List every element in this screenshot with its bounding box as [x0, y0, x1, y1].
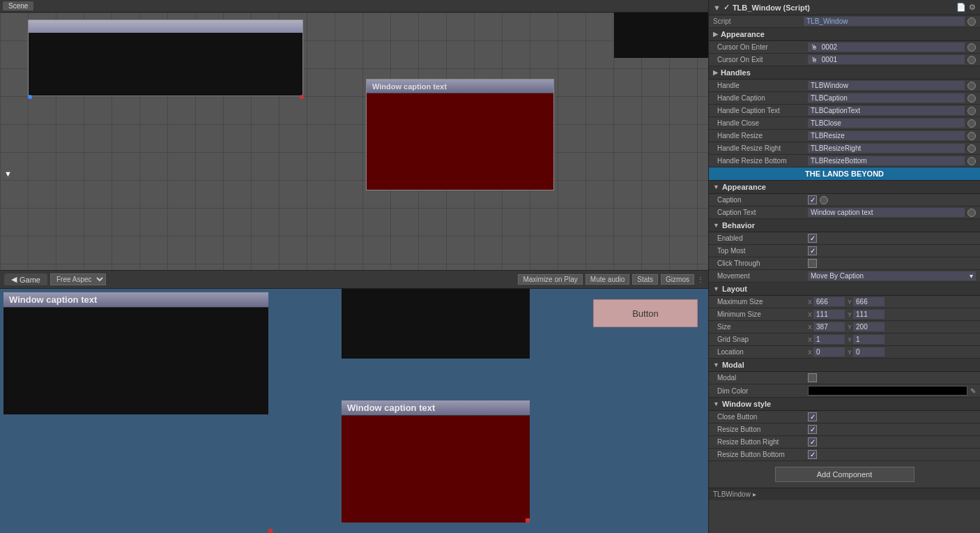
scene-handle-right[interactable]	[300, 95, 304, 99]
game-tab[interactable]: ◀ Game	[4, 273, 47, 285]
min-size-x-field: X 111	[808, 310, 845, 319]
handle-caption-circle[interactable]	[967, 94, 976, 103]
maximize-btn[interactable]: Maximize on Play	[518, 274, 582, 285]
caption-label: Caption	[717, 196, 808, 204]
layout-arrow[interactable]: ▼	[713, 285, 719, 292]
cursor-on-enter-value[interactable]: 🖱 0002	[808, 43, 965, 52]
dim-color-edit-icon[interactable]: ✎	[970, 387, 976, 395]
handles-arrow[interactable]: ▶	[713, 69, 718, 76]
top-most-row: Top Most ✓	[709, 245, 980, 257]
overflow-icon[interactable]: ⋮	[697, 276, 704, 283]
movement-value: Move By Caption	[811, 272, 864, 280]
click-through-checkbox[interactable]	[808, 259, 817, 268]
resize-button-bottom-label: Resize Button Bottom	[717, 451, 808, 458]
script-circle[interactable]	[967, 17, 976, 26]
stats-btn[interactable]: Stats	[632, 274, 658, 285]
appearance-section-2: ▼ Appearance	[709, 181, 980, 194]
modal-checkbox[interactable]	[808, 373, 817, 382]
footer-label[interactable]: TLBWindow ▸	[713, 490, 756, 498]
cursor-on-exit-value[interactable]: 🖱 0001	[808, 55, 965, 64]
handle-caption-text-value[interactable]: TLBCaptionText	[808, 106, 965, 115]
game-window-1-resize[interactable]	[268, 529, 273, 533]
appearance2-arrow[interactable]: ▼	[713, 183, 719, 190]
resize-button-bottom-checkbox[interactable]: ✓	[808, 450, 817, 459]
grid-snap-y-val[interactable]: 1	[853, 335, 885, 344]
handle-close-row: Handle Close TLBClose	[709, 117, 980, 130]
game-icon: ◀	[11, 275, 17, 284]
dim-color-swatch[interactable]	[808, 386, 967, 396]
inspector-book-icon[interactable]: 📄	[956, 3, 966, 12]
behavior-arrow[interactable]: ▼	[713, 222, 719, 229]
caption-checkbox[interactable]: ✓	[808, 195, 817, 204]
game-window-2-resize[interactable]	[526, 518, 530, 523]
window-style-arrow[interactable]: ▼	[713, 400, 719, 407]
appearance-arrow[interactable]: ▶	[713, 31, 718, 38]
appearance-section-1: ▶ Appearance	[709, 28, 980, 41]
component-checkbox[interactable]: ✓	[723, 3, 730, 12]
scene-handle-left[interactable]	[28, 95, 32, 99]
handle-resize-circle[interactable]	[967, 132, 976, 140]
handle-resize-row: Handle Resize TLBResize	[709, 130, 980, 142]
handle-resize-value[interactable]: TLBResize	[808, 131, 965, 140]
min-size-x-val[interactable]: 111	[813, 310, 845, 319]
movement-dropdown-arrow: ▾	[970, 272, 973, 280]
section-blue-label: THE LANDS BEYOND	[805, 170, 884, 178]
game-window-1[interactable]: Window caption text	[3, 292, 268, 414]
game-window-2-caption: Window caption text	[342, 400, 530, 416]
grid-snap-fields: X 1 Y 1	[808, 335, 976, 344]
inspector-header: ▼ ✓ TLB_Window (Script) 📄 ⚙	[709, 0, 980, 15]
enabled-checkbox[interactable]: ✓	[808, 234, 817, 243]
min-size-row: Minimum Size X 111 Y 111	[709, 308, 980, 321]
dim-color-row: Dim Color ✎	[709, 384, 980, 398]
caption-text-value[interactable]: Window caption text	[808, 208, 965, 217]
handle-close-circle[interactable]	[967, 119, 976, 128]
gizmos-btn[interactable]: Gizmos	[661, 274, 694, 285]
game-button[interactable]: Button	[593, 299, 698, 327]
scene-window-1[interactable]	[28, 20, 303, 96]
handle-caption-value[interactable]: TLBCaption	[808, 93, 965, 103]
scene-tab[interactable]: Scene	[3, 1, 33, 10]
handle-caption-text-circle[interactable]	[967, 107, 976, 115]
handles-section: ▶ Handles	[709, 66, 980, 80]
handle-resize-bottom-value[interactable]: TLBResizeBottom	[808, 156, 965, 165]
handle-resize-right-circle[interactable]	[967, 144, 976, 153]
resize-button-checkbox[interactable]: ✓	[808, 425, 817, 434]
cursor-on-enter-circle[interactable]	[967, 43, 976, 52]
cursor-on-enter-icon: 🖱	[811, 43, 818, 51]
game-window-2[interactable]: Window caption text	[342, 400, 530, 523]
size-y-val[interactable]: 200	[853, 322, 885, 331]
resize-button-right-label: Resize Button Right	[717, 438, 808, 446]
enabled-label: Enabled	[717, 234, 808, 242]
location-x-val[interactable]: 0	[813, 347, 845, 356]
modal-arrow[interactable]: ▼	[713, 361, 719, 368]
handle-circle[interactable]	[967, 82, 976, 90]
scene-toolbar: Scene	[0, 0, 708, 13]
handle-value[interactable]: TLBWindow	[808, 81, 965, 90]
max-size-y-val[interactable]: 666	[853, 297, 885, 306]
aspect-dropdown[interactable]: Free Aspect	[50, 273, 106, 285]
handle-close-value[interactable]: TLBClose	[808, 119, 965, 128]
cursor-on-exit-circle[interactable]	[967, 56, 976, 64]
size-x-val[interactable]: 387	[813, 322, 845, 331]
mute-btn[interactable]: Mute audio	[585, 274, 629, 285]
handle-caption-text-row: Handle Caption Text TLBCaptionText	[709, 105, 980, 117]
grid-snap-x-val[interactable]: 1	[813, 335, 845, 344]
caption-text-circle[interactable]	[967, 209, 976, 217]
scene-window-2[interactable]: Window caption text	[366, 79, 554, 190]
close-button-checkbox[interactable]: ✓	[808, 412, 817, 421]
script-value[interactable]: TLB_Window	[804, 17, 965, 26]
caption-circle[interactable]	[820, 196, 828, 204]
max-size-x-val[interactable]: 666	[813, 297, 845, 306]
footer-bar: TLBWindow ▸	[709, 488, 980, 500]
add-component-button[interactable]: Add Component	[775, 467, 914, 482]
location-y-val[interactable]: 0	[853, 347, 885, 356]
handle-resize-right-value[interactable]: TLBResizeRight	[808, 144, 965, 153]
inspector-gear-icon[interactable]: ⚙	[969, 3, 976, 12]
movement-dropdown[interactable]: Move By Caption ▾	[808, 271, 976, 280]
component-toggle[interactable]: ▼	[713, 3, 721, 12]
min-size-y-val[interactable]: 111	[853, 310, 885, 319]
top-most-checkbox[interactable]: ✓	[808, 246, 817, 255]
max-size-x-field: X 666	[808, 297, 845, 306]
handle-resize-bottom-circle[interactable]	[967, 157, 976, 165]
resize-button-right-checkbox[interactable]: ✓	[808, 437, 817, 446]
